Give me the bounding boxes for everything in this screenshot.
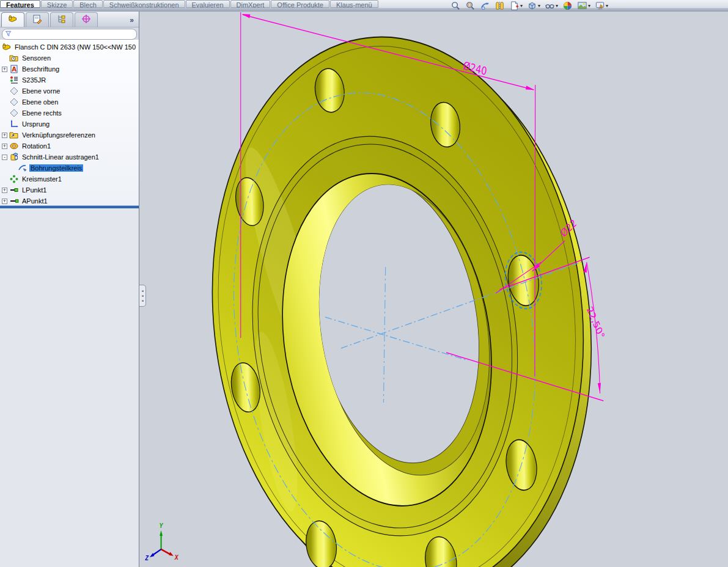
feature-manager-panel: » Flansch C DIN 2633 (NW 150<<NW 150Sens… [0,12,139,567]
tree-item-beschriftung[interactable]: +ABeschriftung [0,64,139,75]
ribbon-tab-bar: FeaturesSkizzeBlechSchweißkonstruktionen… [0,0,379,8]
tree-item-bohrungsteilkreis[interactable]: Bohrungsteilkreis [0,163,139,174]
ribbon-tab-klaus-men[interactable]: Klaus-menü [330,0,378,8]
plane-icon [9,97,19,107]
panel-collapse-handle[interactable]: ◂◂◂ [139,285,146,307]
zoom-area-icon[interactable] [465,1,476,12]
display-style-icon[interactable]: ▾ [545,1,558,12]
tree-item-rotation1[interactable]: +Rotation1 [0,141,139,152]
dimxpertmanager-tab[interactable] [75,12,98,27]
tree-item-label: S235JR [21,76,47,84]
dropdown-arrow-icon[interactable]: ▾ [606,4,608,9]
dropdown-arrow-icon[interactable]: ▾ [520,4,523,9]
sketch-icon [18,163,28,173]
point-icon [9,185,19,195]
panel-split-bar[interactable] [0,205,139,208]
tree-item-kreismuster1[interactable]: Kreismuster1 [0,174,139,185]
tree-item-s235jr[interactable]: S235JR [0,75,139,86]
dimxpert-icon [81,14,91,26]
tree-item-ursprung[interactable]: Ursprung [0,119,139,130]
feature-tree: Flansch C DIN 2633 (NW 150<<NW 150Sensor… [0,40,139,205]
view-orientation-icon[interactable]: ▾ [527,1,540,12]
svg-text:A: A [12,66,17,73]
tree-item-label: Ebene vorne [21,87,61,95]
tree-item-sensoren[interactable]: Sensoren [0,53,139,64]
filter-funnel-icon [5,29,12,40]
material-icon [9,75,19,85]
tree-item-label: Ebene oben [21,98,59,106]
tree-expander[interactable]: + [2,67,7,72]
annotations-icon: A [9,64,19,74]
plane-icon [9,108,19,118]
tree-item-label: Sensoren [21,54,52,62]
tree-item-label: Schnitt-Linear austragen1 [21,153,100,161]
triad-x-label: X [174,554,179,561]
annotation-views-icon[interactable]: ▾ [509,1,523,12]
dropdown-arrow-icon[interactable]: ▾ [556,4,558,9]
tree-item-label: Ursprung [21,120,51,128]
featuremanager-tab[interactable] [1,12,24,27]
section-view-icon[interactable] [495,1,505,12]
mate-references-icon [9,130,19,140]
cut-extrude-icon [9,152,19,162]
ribbon-tab-evaluieren[interactable]: Evaluieren [186,0,230,8]
triad-y-label: Y [160,522,164,529]
reference-triad: Y X Z [145,522,179,562]
tree-item-lpunkt1[interactable]: +LPunkt1 [0,185,139,196]
tree-item-label: Bohrungsteilkreis [29,164,83,172]
revolve-icon [9,141,19,151]
tree-expander[interactable]: + [2,199,7,204]
tree-expander[interactable]: + [2,144,7,149]
ribbon-tab-schwei-konstruktionen[interactable]: Schweißkonstruktionen [103,0,185,8]
property-icon [32,14,42,26]
tree-item-ebene-rechts[interactable]: Ebene rechts [0,108,139,119]
tree-item-ebene-vorne[interactable]: Ebene vorne [0,86,139,97]
part-icon [2,42,12,52]
propertymanager-tab[interactable] [26,12,49,27]
filter-row [0,27,139,40]
tree-item-label: LPunkt1 [21,186,48,194]
tree-item-label: Kreismuster1 [21,175,63,183]
point2-icon [9,196,19,206]
dropdown-arrow-icon[interactable]: ▾ [588,4,590,9]
ribbon-tab-features[interactable]: Features [0,0,40,8]
rotate-view-icon[interactable] [480,1,490,12]
dropdown-arrow-icon[interactable]: ▾ [538,4,540,9]
plane-icon [9,86,19,96]
tree-item-label: Rotation1 [21,142,52,150]
tree-item-flansch-c-din-2633-nw-150-nw-150[interactable]: Flansch C DIN 2633 (NW 150<<NW 150 [0,42,139,53]
view-settings-icon[interactable]: ▾ [595,1,608,12]
tree-item-ebene-oben[interactable]: Ebene oben [0,97,139,108]
triad-z-label: Z [145,554,149,562]
configurationmanager-tab[interactable] [50,12,73,27]
heads-up-view-toolbar: ▾▾▾▾▾ [450,0,608,12]
manager-tabs-overflow-button[interactable]: » [130,16,136,27]
ribbon-tab-skizze[interactable]: Skizze [41,0,73,8]
tree-expander[interactable]: + [2,133,7,138]
tree-item-schnitt-linear-austragen1[interactable]: -Schnitt-Linear austragen1 [0,152,139,163]
tree-item-verkn-pfungsreferenzen[interactable]: +Verknüpfungsreferenzen [0,130,139,141]
zoom-fit-icon[interactable] [450,1,461,12]
tree-item-label: Ebene rechts [21,109,63,117]
tree-item-label: Beschriftung [21,65,61,73]
tree-item-label: APunkt1 [21,197,49,205]
tree-expander[interactable]: + [2,188,7,193]
apply-scene-icon[interactable]: ▾ [577,1,590,12]
ribbon-tab-dimxpert[interactable]: DimXpert [230,0,271,8]
circular-pattern-icon [9,174,19,184]
ribbon-tab-blech[interactable]: Blech [73,0,103,8]
panel-empty-area [0,222,139,567]
graphics-viewport[interactable]: Ø240 Ø22 22,50° Y X Z [139,12,728,567]
feature-filter-input[interactable] [2,29,137,40]
origin-icon [9,119,19,129]
config-icon [57,14,67,26]
part-icon [8,14,18,26]
ribbon-tab-office-produkte[interactable]: Office Produkte [271,0,329,8]
top-bar: FeaturesSkizzeBlechSchweißkonstruktionen… [0,0,728,12]
tree-item-label: Flansch C DIN 2633 (NW 150<<NW 150 [13,43,137,51]
appearance-icon[interactable] [562,1,573,12]
tree-expander[interactable]: - [2,155,7,160]
tree-item-label: Verknüpfungsreferenzen [21,131,97,139]
sensors-folder-icon [9,53,19,63]
manager-tab-bar: » [0,12,139,27]
